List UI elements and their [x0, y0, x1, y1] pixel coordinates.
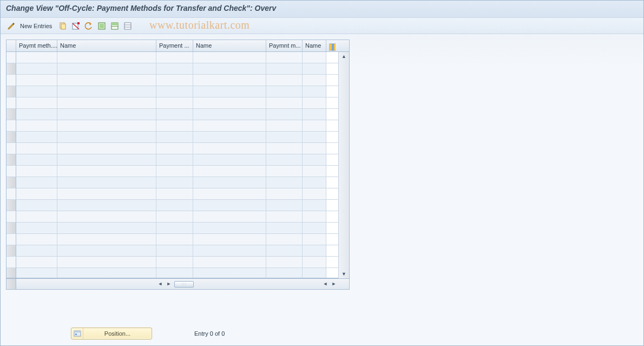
col-header-paymnt-m[interactable]: Paymnt m...: [266, 40, 303, 51]
row-selector[interactable]: [6, 143, 16, 154]
cell[interactable]: [193, 52, 266, 63]
cell[interactable]: [16, 63, 57, 74]
cell[interactable]: [57, 234, 156, 245]
cell[interactable]: [266, 97, 303, 108]
cell[interactable]: [193, 188, 266, 199]
cell[interactable]: [57, 200, 156, 211]
scroll-down-icon[interactable]: ▼: [339, 270, 349, 278]
cell[interactable]: [57, 143, 156, 154]
cell[interactable]: [303, 223, 326, 233]
select-all-icon[interactable]: [96, 21, 107, 31]
cell[interactable]: [193, 200, 266, 211]
row-selector[interactable]: [6, 234, 16, 245]
cell[interactable]: [193, 223, 266, 233]
cell[interactable]: [57, 132, 156, 142]
scroll-right-icon[interactable]: ►: [165, 279, 173, 289]
horizontal-scrollbar-right[interactable]: ◄ ►: [321, 279, 338, 289]
row-selector[interactable]: [6, 86, 16, 97]
cell[interactable]: [266, 200, 303, 211]
scroll-left-end-icon[interactable]: ◄: [321, 279, 330, 289]
cell[interactable]: [57, 97, 156, 108]
row-selector[interactable]: [6, 166, 16, 177]
cell[interactable]: [303, 97, 326, 108]
cell[interactable]: [16, 200, 57, 211]
cell[interactable]: [193, 120, 266, 131]
cell[interactable]: [16, 75, 57, 86]
cell[interactable]: [57, 211, 156, 222]
cell[interactable]: [57, 75, 156, 86]
cell[interactable]: [266, 234, 303, 245]
cell[interactable]: [193, 177, 266, 188]
cell[interactable]: [156, 188, 193, 199]
row-selector[interactable]: [6, 200, 16, 211]
cell[interactable]: [193, 109, 266, 120]
table-row[interactable]: [6, 52, 338, 63]
cell[interactable]: [266, 166, 303, 177]
cell[interactable]: [266, 52, 303, 63]
table-row[interactable]: [6, 63, 338, 75]
cell[interactable]: [16, 86, 57, 97]
cell[interactable]: [303, 63, 326, 74]
cell[interactable]: [16, 211, 57, 222]
cell[interactable]: [16, 120, 57, 131]
cell[interactable]: [57, 257, 156, 267]
cell[interactable]: [266, 154, 303, 165]
table-row[interactable]: [6, 143, 338, 154]
cell[interactable]: [303, 257, 326, 267]
cell[interactable]: [57, 154, 156, 165]
row-selector[interactable]: [6, 154, 16, 165]
table-row[interactable]: [6, 223, 338, 234]
cell[interactable]: [156, 257, 193, 267]
cell[interactable]: [16, 132, 57, 142]
cell[interactable]: [266, 268, 303, 278]
cell[interactable]: [266, 63, 303, 74]
table-row[interactable]: [6, 200, 338, 211]
cell[interactable]: [156, 109, 193, 120]
cell[interactable]: [16, 245, 57, 256]
cell[interactable]: [303, 200, 326, 211]
cell[interactable]: [156, 143, 193, 154]
col-header-name-2[interactable]: Name: [193, 40, 266, 51]
cell[interactable]: [57, 86, 156, 97]
cell[interactable]: [303, 109, 326, 120]
cell[interactable]: [266, 120, 303, 131]
cell[interactable]: [57, 223, 156, 233]
cell[interactable]: [16, 234, 57, 245]
cell[interactable]: [16, 177, 57, 188]
cell[interactable]: [266, 245, 303, 256]
select-block-icon[interactable]: [109, 21, 120, 31]
delete-icon[interactable]: [70, 21, 81, 31]
row-selector[interactable]: [6, 132, 16, 142]
cell[interactable]: [193, 211, 266, 222]
cell[interactable]: [156, 268, 193, 278]
table-row[interactable]: [6, 86, 338, 97]
table-row[interactable]: [6, 166, 338, 177]
cell[interactable]: [156, 177, 193, 188]
cell[interactable]: [193, 86, 266, 97]
cell[interactable]: [193, 257, 266, 267]
cell[interactable]: [156, 132, 193, 142]
row-selector[interactable]: [6, 188, 16, 199]
cell[interactable]: [156, 75, 193, 86]
cell[interactable]: [57, 268, 156, 278]
cell[interactable]: [303, 120, 326, 131]
cell[interactable]: [193, 75, 266, 86]
cell[interactable]: [156, 86, 193, 97]
row-selector[interactable]: [6, 75, 16, 86]
cell[interactable]: [57, 177, 156, 188]
cell[interactable]: [16, 154, 57, 165]
cell[interactable]: [303, 86, 326, 97]
col-header-name-1[interactable]: Name: [57, 40, 156, 51]
cell[interactable]: [266, 143, 303, 154]
scroll-left-icon[interactable]: ◄: [156, 279, 165, 289]
cell[interactable]: [193, 234, 266, 245]
col-header-payment[interactable]: Payment ...: [156, 40, 193, 51]
cell[interactable]: [303, 132, 326, 142]
cell[interactable]: [16, 257, 57, 267]
cell[interactable]: [303, 188, 326, 199]
cell[interactable]: [16, 188, 57, 199]
new-entries-button[interactable]: New Entries: [19, 21, 55, 31]
table-row[interactable]: [6, 132, 338, 143]
grid-corner[interactable]: [6, 40, 16, 51]
cell[interactable]: [156, 234, 193, 245]
